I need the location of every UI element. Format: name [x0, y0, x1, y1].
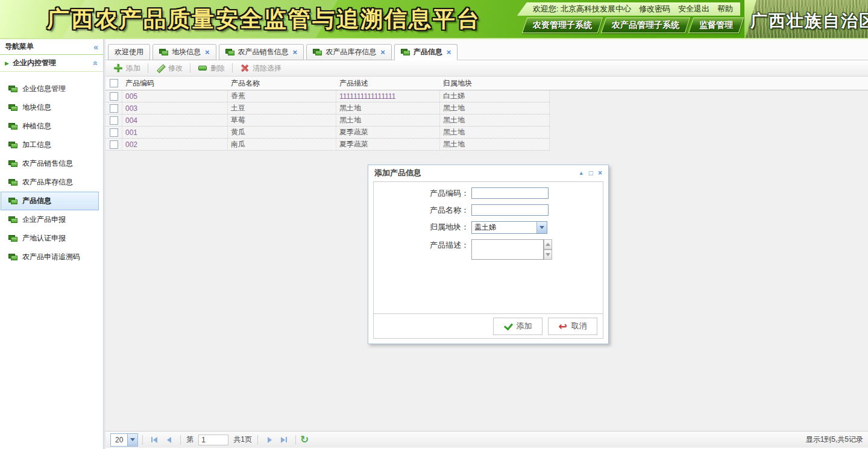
grid-header: 产品编码产品名称产品描述归属地块	[105, 77, 868, 90]
page-number-input[interactable]: 1	[198, 435, 228, 445]
folder-icon	[8, 216, 18, 224]
spin-up-button[interactable]	[544, 239, 552, 250]
column-header[interactable]: 产品编码	[122, 78, 228, 89]
dialog-close-icon[interactable]: ×	[598, 169, 602, 177]
subsystem-label: 农资管理子系统	[533, 20, 592, 31]
top-banner: 广西农产品质量安全监管与追溯信息平台 欢迎您: 北京高科技发展中心 修改密码 安…	[0, 0, 868, 39]
product-desc-textarea[interactable]	[471, 239, 544, 260]
plot-label: 归属地块：	[374, 221, 471, 233]
table-row[interactable]: 003土豆黑土地黑土地	[105, 102, 550, 115]
sidebar-menu-item[interactable]: 企业产品申报	[1, 210, 99, 229]
dialog-maximize-icon[interactable]: □	[589, 169, 593, 177]
help-link[interactable]: 帮助	[717, 4, 733, 14]
table-cell: 005	[122, 90, 228, 102]
column-header[interactable]: 归属地块	[440, 78, 550, 89]
edit-button-label: 修改	[168, 63, 183, 74]
select-all-cell	[105, 79, 122, 87]
table-row[interactable]: 005香蕉1111111111111111白土娣	[105, 90, 550, 102]
column-header[interactable]: 产品描述	[336, 78, 440, 89]
prev-page-button[interactable]	[162, 434, 176, 446]
product-name-input[interactable]	[471, 204, 549, 216]
dialog-body: 产品编码： 产品名称： 归属地块： 盖土娣 产品描述：	[373, 181, 603, 339]
sidebar-item-label: 产品信息	[22, 196, 51, 206]
row-checkbox[interactable]	[110, 116, 118, 125]
subsystem-agri-products-button[interactable]: 农产品管理子系统	[601, 17, 690, 33]
sidebar-menu-item[interactable]: 地块信息	[1, 98, 99, 117]
add-product-dialog: 添加产品信息 ▲ □ × 产品编码： 产品名称： 归属地块： 盖土娣	[368, 165, 609, 344]
next-page-button[interactable]	[262, 434, 277, 446]
dialog-add-button[interactable]: 添加	[493, 318, 542, 335]
logout-link[interactable]: 安全退出	[678, 4, 709, 14]
sidebar-collapse-icon[interactable]: «	[93, 43, 98, 51]
select-all-checkbox[interactable]	[110, 79, 118, 87]
folder-icon	[8, 235, 18, 242]
content-tab[interactable]: 地块信息 ×	[153, 44, 216, 60]
edit-button[interactable]: 修改	[153, 63, 186, 74]
folder-icon	[8, 160, 18, 168]
sidebar-menu-item[interactable]: 产地认证申报	[1, 229, 99, 248]
content-tab[interactable]: 农产品销售信息 ×	[219, 44, 304, 60]
last-page-button[interactable]	[277, 434, 291, 446]
table-cell: 001	[122, 127, 228, 138]
table-row[interactable]: 001黄瓜夏季蔬菜黑土地	[105, 127, 550, 139]
dialog-collapse-icon[interactable]: ▲	[579, 170, 584, 176]
product-code-input[interactable]	[471, 187, 549, 199]
select-arrow-button[interactable]	[127, 434, 137, 446]
spin-down-button[interactable]	[544, 250, 552, 260]
table-cell: 黑土地	[440, 127, 550, 138]
dialog-cancel-button[interactable]: ↩ 取消	[548, 318, 597, 335]
row-checkbox[interactable]	[110, 140, 118, 149]
tab-close-icon[interactable]: ×	[447, 48, 451, 57]
sidebar-menu-item[interactable]: 产品信息	[1, 192, 99, 210]
sidebar-menu-item[interactable]: 农产品销售信息	[1, 154, 99, 173]
subsystem-agri-materials-button[interactable]: 农资管理子系统	[522, 17, 603, 33]
clear-selection-button[interactable]: 清除选择	[237, 63, 285, 74]
section-collapse-icon[interactable]: «	[92, 61, 100, 66]
row-checkbox[interactable]	[110, 104, 118, 113]
welcome-text: 欢迎您: 北京高科技发展中心	[533, 4, 631, 14]
folder-icon	[401, 49, 410, 56]
refresh-icon[interactable]: ↻	[300, 435, 309, 445]
content-tab[interactable]: 欢迎使用	[108, 44, 150, 60]
record-count-status: 显示1到5,共5记录	[806, 435, 863, 445]
page-size-select[interactable]: 20	[110, 433, 138, 447]
folder-icon	[8, 123, 18, 130]
table-cell: 草莓	[228, 115, 336, 126]
table-cell: 003	[122, 102, 228, 114]
content-tab[interactable]: 农产品库存信息 ×	[306, 44, 392, 60]
chevron-down-icon	[546, 253, 550, 256]
sidebar-menu-item[interactable]: 加工信息	[1, 136, 99, 154]
table-cell: 黑土地	[440, 139, 550, 150]
sidebar-menu-item[interactable]: 农产品库存信息	[1, 173, 99, 192]
content-tab[interactable]: 产品信息 ×	[394, 44, 458, 60]
add-button[interactable]: 添加	[110, 63, 143, 74]
folder-icon	[313, 49, 322, 56]
table-cell: 白土娣	[440, 90, 550, 102]
sidebar-menu-item[interactable]: 企业信息管理	[1, 80, 99, 98]
tab-close-icon[interactable]: ×	[293, 48, 298, 57]
first-page-button[interactable]	[147, 434, 162, 446]
dialog-titlebar[interactable]: 添加产品信息 ▲ □ ×	[368, 165, 608, 181]
column-header[interactable]: 产品名称	[228, 78, 336, 89]
check-icon	[504, 322, 512, 330]
change-password-link[interactable]: 修改密码	[639, 4, 670, 14]
clear-selection-label: 清除选择	[253, 63, 281, 74]
select-arrow-button[interactable]	[536, 222, 547, 233]
sidebar-menu-item[interactable]: 种植信息	[1, 117, 99, 136]
table-row[interactable]: 004草莓黑土地黑土地	[105, 115, 550, 127]
table-row[interactable]: 002南瓜夏季蔬菜黑土地	[105, 139, 550, 151]
row-checkbox[interactable]	[110, 128, 118, 137]
delete-button[interactable]: 删除	[195, 63, 228, 74]
supervision-button[interactable]: 监督管理	[688, 17, 744, 33]
undo-icon: ↩	[558, 321, 567, 331]
sidebar-section-header[interactable]: ▶ 企业内控管理 «	[0, 55, 103, 72]
plot-select[interactable]: 盖土娣	[471, 221, 547, 234]
folder-icon	[225, 49, 235, 56]
table-cell: 黑土地	[336, 102, 440, 114]
row-checkbox[interactable]	[110, 92, 118, 101]
toolbar-separator	[232, 63, 233, 73]
tab-close-icon[interactable]: ×	[380, 48, 385, 57]
sidebar-menu-item[interactable]: 农产品申请追溯码	[1, 248, 99, 266]
tab-close-icon[interactable]: ×	[205, 48, 210, 57]
delete-button-label: 删除	[210, 63, 225, 74]
